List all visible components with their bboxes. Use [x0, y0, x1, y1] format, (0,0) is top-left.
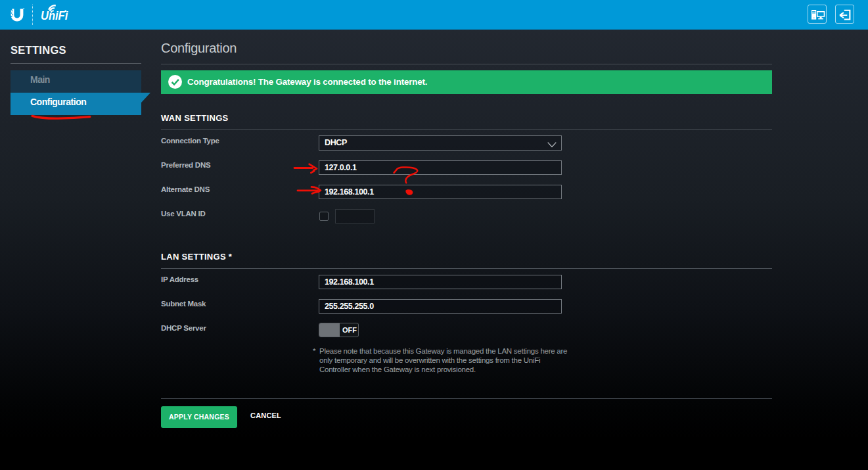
svg-text:UniFi: UniFi — [41, 9, 68, 22]
